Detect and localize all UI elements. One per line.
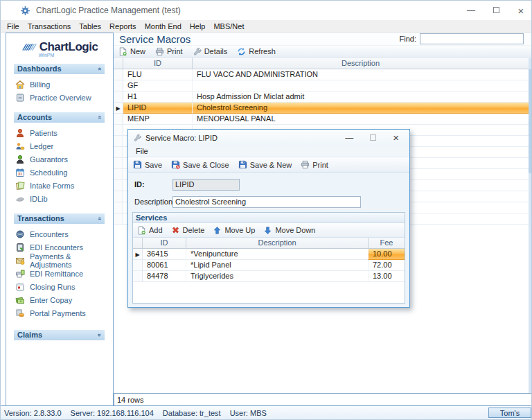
table-row[interactable]: FLU FLU VACC AND ADMINISTRATION bbox=[114, 69, 529, 80]
dialog-menu-bar: File bbox=[128, 146, 409, 157]
save-close-button[interactable]: Save & Close bbox=[171, 160, 229, 169]
new-label: New bbox=[130, 47, 145, 55]
menu-tables[interactable]: Tables bbox=[75, 20, 105, 33]
column-header-description[interactable]: Description bbox=[193, 58, 529, 69]
table-row[interactable]: MENP MENOPAUSAL PANAL bbox=[114, 114, 529, 125]
chevron-down-icon: « bbox=[94, 333, 105, 337]
refresh-button[interactable]: Refresh bbox=[237, 47, 276, 56]
ledger-icon bbox=[15, 141, 25, 151]
services-header: Services bbox=[133, 213, 405, 223]
column-header-fee[interactable]: Fee bbox=[368, 238, 405, 248]
maximize-icon bbox=[493, 7, 499, 13]
minimize-button[interactable]: — bbox=[466, 6, 476, 15]
vertical-scrollbar[interactable] bbox=[529, 58, 532, 393]
row-header-cell bbox=[114, 213, 123, 225]
section-header-accounts[interactable]: Accounts « bbox=[14, 112, 105, 123]
cell-description: Hosp Admission Dr Miclat admit bbox=[193, 91, 529, 103]
dialog-close-button[interactable]: × bbox=[393, 132, 399, 143]
status-profile[interactable]: Tom's bbox=[488, 408, 531, 418]
section-label: Accounts bbox=[17, 112, 52, 123]
dialog-title: Service Macro: LIPID bbox=[145, 134, 218, 142]
delete-button[interactable]: Delete bbox=[171, 226, 205, 235]
move-up-label: Move Up bbox=[224, 226, 255, 234]
sidebar-item-enter-copay[interactable]: Enter Copay bbox=[14, 293, 105, 306]
sidebar-item-idlib[interactable]: IDLib bbox=[14, 192, 105, 205]
edi-encounters-icon bbox=[15, 243, 25, 252]
move-down-button[interactable]: Move Down bbox=[263, 226, 315, 235]
table-row-selected[interactable]: ▶ LIPID Cholestrol Screening bbox=[114, 103, 529, 114]
details-button[interactable]: Details bbox=[193, 47, 228, 56]
column-header-description[interactable]: Description bbox=[186, 238, 368, 248]
menu-help[interactable]: Help bbox=[186, 20, 210, 33]
column-header-id[interactable]: ID bbox=[123, 58, 193, 69]
new-button[interactable]: New bbox=[118, 47, 145, 56]
dialog-minimize-button[interactable]: — bbox=[345, 133, 353, 143]
sidebar-item-patients[interactable]: Patients bbox=[14, 126, 105, 139]
dialog-print-button[interactable]: Print bbox=[301, 160, 328, 169]
move-down-label: Move Down bbox=[275, 226, 315, 234]
sidebar-item-practice-overview[interactable]: Practice Overview bbox=[14, 91, 105, 104]
refresh-icon bbox=[237, 47, 246, 56]
find-input[interactable] bbox=[420, 33, 524, 44]
save-button[interactable]: Save bbox=[133, 160, 162, 169]
sidebar-item-encounters[interactable]: Encounters bbox=[14, 227, 105, 240]
sidebar-item-edi-remittance[interactable]: EDI Remittance bbox=[14, 267, 105, 280]
sidebar-item-scheduling[interactable]: 31 Scheduling bbox=[14, 166, 105, 179]
app-window: ChartLogic Practice Management (test) — … bbox=[0, 0, 532, 420]
sidebar-item-guarantors[interactable]: Guarantors bbox=[14, 152, 105, 166]
sidebar: ChartLogic WinPM Dashboards « Billing Pr… bbox=[6, 33, 114, 407]
section-accounts: Accounts « Patients Ledger Guarantors 31 bbox=[14, 112, 105, 205]
row-header-cell bbox=[114, 191, 123, 202]
svg-text:31: 31 bbox=[18, 171, 22, 175]
save-new-button[interactable]: Save & New bbox=[238, 160, 292, 169]
description-field[interactable] bbox=[172, 196, 361, 208]
add-button[interactable]: Add bbox=[137, 226, 163, 235]
service-row-selected[interactable]: ▶ 36415 *Venipuncture 10.00 bbox=[133, 249, 405, 260]
section-transactions: Transactions « Encounters EDI Encounters… bbox=[14, 213, 105, 320]
cell-description: *Lipid Panel bbox=[186, 260, 368, 271]
menu-file[interactable]: File bbox=[3, 20, 24, 33]
dialog-menu-file[interactable]: File bbox=[133, 147, 151, 155]
section-label: Transactions bbox=[17, 213, 64, 224]
row-header-cell bbox=[114, 69, 123, 80]
chevron-up-icon: « bbox=[94, 217, 105, 220]
service-row[interactable]: 84478 Triglycerides 13.00 bbox=[133, 271, 405, 282]
main-toolbar: New Print Details Refresh bbox=[114, 45, 532, 58]
move-up-button[interactable]: Move Up bbox=[213, 226, 255, 235]
sidebar-item-payments-adjustments[interactable]: Payments & Adjustments bbox=[14, 254, 105, 267]
maximize-button[interactable] bbox=[491, 6, 501, 15]
section-header-claims[interactable]: Claims « bbox=[14, 330, 105, 340]
sidebar-item-label: IDLib bbox=[30, 195, 48, 203]
sidebar-item-label: Encounters bbox=[30, 230, 69, 238]
scrollbar-thumb[interactable] bbox=[529, 69, 532, 173]
delete-label: Delete bbox=[183, 226, 205, 234]
print-button[interactable]: Print bbox=[155, 47, 183, 56]
row-header-cell bbox=[114, 114, 123, 125]
row-header-cell: ▶ bbox=[133, 249, 143, 260]
close-button[interactable]: × bbox=[516, 5, 526, 17]
logo-hatch-icon bbox=[21, 42, 38, 52]
column-header-id[interactable]: ID bbox=[143, 238, 186, 248]
save-close-label: Save & Close bbox=[183, 161, 229, 169]
section-header-transactions[interactable]: Transactions « bbox=[14, 213, 105, 224]
sidebar-item-billing[interactable]: Billing bbox=[14, 78, 105, 91]
sidebar-item-portal-payments[interactable]: Portal Payments bbox=[14, 306, 105, 320]
table-row[interactable]: H1 Hosp Admission Dr Miclat admit bbox=[114, 91, 529, 103]
save-new-icon bbox=[238, 160, 247, 169]
print-label: Print bbox=[167, 47, 183, 55]
menu-transactions[interactable]: Transactions bbox=[24, 20, 76, 33]
page-title: Service Macros bbox=[119, 33, 190, 45]
menu-reports[interactable]: Reports bbox=[105, 20, 141, 33]
status-database: Database: tr_test bbox=[163, 409, 221, 417]
section-header-dashboards[interactable]: Dashboards « bbox=[14, 64, 105, 74]
table-row[interactable]: GF bbox=[114, 80, 529, 91]
menu-mbsnet[interactable]: MBS/Net bbox=[209, 20, 248, 33]
menu-month-end[interactable]: Month End bbox=[141, 20, 186, 33]
sidebar-item-intake-forms[interactable]: Intake Forms bbox=[14, 179, 105, 192]
sidebar-item-ledger[interactable]: Ledger bbox=[14, 139, 105, 152]
service-row[interactable]: 80061 *Lipid Panel 72.00 bbox=[133, 260, 405, 271]
dialog-maximize-button[interactable] bbox=[370, 133, 376, 143]
cell-fee: 72.00 bbox=[368, 260, 405, 271]
add-icon bbox=[137, 226, 146, 235]
sidebar-item-closing-runs[interactable]: Closing Runs bbox=[14, 280, 105, 293]
